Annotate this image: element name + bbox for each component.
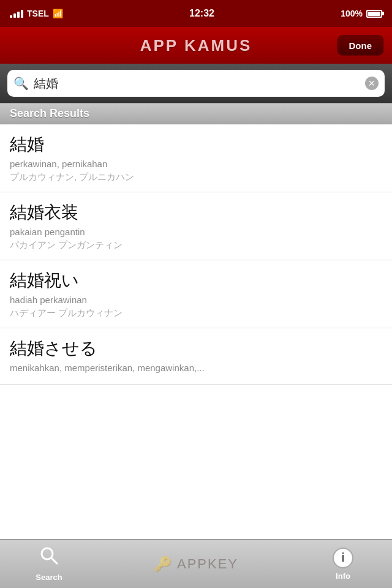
search-icon: 🔍 (13, 77, 29, 89)
appkey-logo-text: APPKEY (177, 556, 238, 572)
result-latin: perkawinan, pernikahan (10, 159, 382, 169)
result-item[interactable]: 結婚祝い hadiah perkawinan ハディアー プルカウィナン (0, 260, 392, 328)
result-item[interactable]: 結婚 perkawinan, pernikahan プルカウィナン, プルニカハ… (0, 124, 392, 192)
result-item[interactable]: 結婚衣装 pakaian pengantin パカイアン プンガンティン (0, 192, 392, 260)
result-kanji: 結婚衣装 (10, 201, 382, 224)
result-latin: pakaian pengantin (10, 227, 382, 237)
info-tab-icon: i (333, 548, 353, 568)
section-header: Search Results (0, 103, 392, 124)
svg-line-1 (51, 558, 57, 564)
wifi-icon: 📶 (53, 9, 63, 18)
result-katakana: プルカウィナン, プルニカハン (10, 172, 382, 183)
search-bar: 🔍 ✕ (7, 70, 385, 97)
search-tab[interactable]: Search (0, 541, 98, 587)
status-bar: TSEL 📶 12:32 100% (0, 0, 392, 27)
battery-percentage: 100% (341, 9, 363, 18)
result-katakana: ハディアー プルカウィナン (10, 307, 382, 319)
battery-icon (366, 10, 382, 18)
status-right: 100% (341, 9, 382, 18)
result-item[interactable]: 結婚させる menikahkan, memperisterikan, menga… (0, 328, 392, 385)
appkey-icon: 🔑 (154, 556, 173, 573)
result-latin: hadiah perkawinan (10, 295, 382, 305)
result-kanji: 結婚 (10, 133, 382, 156)
result-kanji: 結婚させる (10, 337, 382, 360)
carrier-label: TSEL (27, 9, 49, 18)
appkey-logo: 🔑 APPKEY (154, 556, 238, 573)
results-list: 結婚 perkawinan, pernikahan プルカウィナン, プルニカハ… (0, 124, 392, 537)
center-logo-area: 🔑 APPKEY (98, 556, 294, 573)
info-tab[interactable]: i Info (294, 543, 392, 586)
tab-bar: Search 🔑 APPKEY i Info (0, 539, 392, 588)
app-header: APP KAMUS Done (0, 27, 392, 64)
battery-indicator (366, 10, 382, 18)
done-button[interactable]: Done (337, 36, 384, 56)
info-tab-label: Info (336, 571, 350, 581)
section-header-label: Search Results (10, 107, 89, 119)
search-bar-container: 🔍 ✕ (0, 64, 392, 103)
battery-fill (368, 12, 380, 16)
status-time: 12:32 (189, 8, 214, 19)
result-latin: menikahkan, memperisterikan, mengawinkan… (10, 363, 382, 373)
result-katakana: パカイアン プンガンティン (10, 239, 382, 251)
result-kanji: 結婚祝い (10, 269, 382, 292)
signal-bars (10, 9, 23, 18)
status-left: TSEL 📶 (10, 9, 63, 18)
search-tab-label: Search (36, 573, 62, 582)
clear-button[interactable]: ✕ (365, 77, 379, 90)
search-tab-icon (39, 546, 59, 570)
search-input[interactable] (34, 77, 360, 91)
app-title: APP KAMUS (140, 36, 252, 55)
